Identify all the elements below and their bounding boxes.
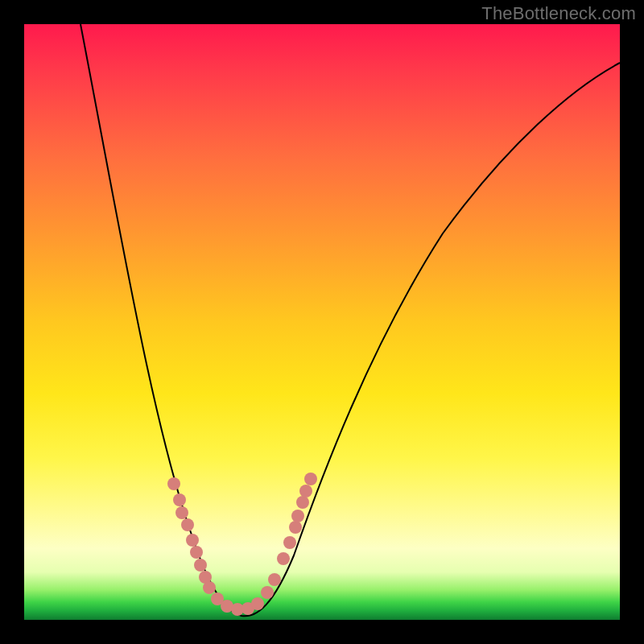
marker-dot: [296, 496, 309, 509]
marker-dot: [203, 581, 216, 594]
marker-dot: [190, 546, 203, 559]
marker-dot: [181, 518, 194, 531]
chart-frame: TheBottleneck.com: [0, 0, 644, 644]
bottleneck-curve: [80, 24, 620, 616]
marker-dot: [167, 477, 180, 490]
marker-dot: [194, 559, 207, 572]
marker-dot: [261, 586, 274, 599]
marker-dot: [299, 485, 312, 497]
marker-dot: [268, 573, 281, 586]
marker-dot: [304, 473, 317, 485]
watermark-text: TheBottleneck.com: [481, 3, 636, 24]
marker-dot: [186, 534, 199, 547]
marker-dot: [289, 521, 302, 534]
marker-group: [167, 473, 317, 616]
plot-area: [24, 24, 620, 620]
marker-dot: [251, 597, 264, 610]
marker-dot: [175, 506, 188, 519]
marker-dot: [291, 510, 304, 522]
marker-dot: [173, 493, 186, 506]
marker-dot: [283, 536, 296, 549]
chart-svg: [24, 24, 620, 620]
marker-dot: [277, 552, 290, 565]
